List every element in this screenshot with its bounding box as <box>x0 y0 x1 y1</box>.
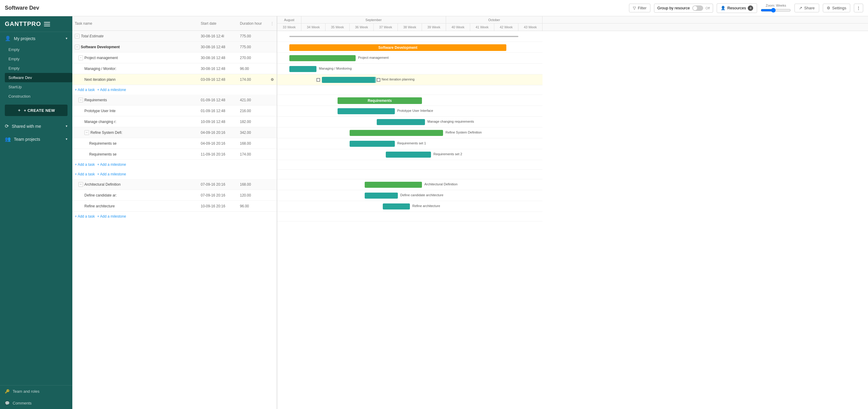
add-milestone-link[interactable]: + Add a milestone <box>97 214 126 219</box>
gantt-bar-pm[interactable] <box>289 55 355 61</box>
table-row[interactable]: − Refine System Defi: 04-09-16 20:16 342… <box>72 127 277 138</box>
share-button[interactable]: ↗ Share <box>795 4 819 12</box>
expand-button[interactable]: − <box>79 56 83 60</box>
shared-with-me-header[interactable]: ⟳ Shared with me ▾ <box>0 120 72 133</box>
sidebar-item-empty-3[interactable]: Empty <box>5 64 72 73</box>
task-name-cell: − Refine System Defi: <box>72 130 198 135</box>
add-task-link[interactable]: + Add a task <box>75 162 95 167</box>
table-row[interactable]: Requirements se 11-09-16 20:16 174.00 <box>72 149 277 160</box>
gantt-bar-mm[interactable] <box>289 66 316 72</box>
table-row[interactable]: Next iteration plann 03-09-16 12:48 174.… <box>72 74 277 85</box>
main-layout: GANTTPRO 👤 My projects ▾ Empty Empty Emp… <box>0 16 868 409</box>
week-36: 36 Week <box>350 24 374 31</box>
add-task-link[interactable]: + Add a task <box>75 172 95 176</box>
gantt-bar-req[interactable]: Requirements <box>338 97 422 104</box>
task-name: Refine architecture <box>84 204 115 208</box>
gantt-bar-rsd[interactable] <box>350 130 443 136</box>
resources-button[interactable]: 👤 Resources 4 <box>717 3 757 13</box>
table-row[interactable]: − Project management 30-08-16 12:48 270.… <box>72 53 277 63</box>
month-august: August <box>277 16 301 23</box>
more-button[interactable]: ⋮ <box>854 4 863 12</box>
table-row[interactable]: − Total Estimate 30-08-16 12:4l 775.00 <box>72 31 277 41</box>
table-row[interactable]: Requirements se 04-09-16 20:16 168.00 <box>72 138 277 149</box>
task-duration: 182.00 <box>238 120 268 124</box>
chevron-down-icon: ▾ <box>66 137 67 141</box>
sidebar-item-empty-1[interactable]: Empty <box>5 45 72 54</box>
bar-label-mcr: Manage changing requirements <box>427 120 474 123</box>
project-list: Empty Empty Empty Software Dev StartUp C… <box>0 45 72 101</box>
milestone-icon-2 <box>377 78 380 82</box>
task-gear[interactable]: ⚙ <box>268 77 277 82</box>
settings-label: Settings <box>832 6 846 10</box>
group-by-label: Group by resource <box>657 6 690 10</box>
toggle-state-label: Off <box>706 6 710 10</box>
table-row[interactable]: Manage changing r: 10-09-16 12:48 182.00 <box>72 116 277 127</box>
team-and-roles-item[interactable]: 🔑 Team and roles <box>0 385 72 397</box>
share-icon: ⟳ <box>5 123 9 129</box>
gantt-body: Software Development Project management … <box>277 31 542 222</box>
table-row[interactable]: − Requirements 01-09-16 12:48 421.00 <box>72 95 277 105</box>
my-projects-header[interactable]: 👤 My projects ▾ <box>0 32 72 45</box>
bar-label: Software Development <box>378 45 417 50</box>
task-name: Software Development <box>81 45 120 49</box>
task-name-cell: − Project management <box>72 56 198 60</box>
add-task-link[interactable]: + Add a task <box>75 88 95 92</box>
create-new-button[interactable]: ＋ + CREATE NEW <box>5 104 67 116</box>
settings-button[interactable]: ⚙ Settings <box>823 4 850 12</box>
table-row[interactable]: − Software Development 30-08-16 12:48 77… <box>72 41 277 53</box>
task-name: Total Estimate <box>81 34 104 38</box>
gantt-bar-ad[interactable] <box>365 182 422 188</box>
bar-label-pui: Prototype User Interface <box>397 109 433 113</box>
group-by-button[interactable]: Group by resource Off <box>654 4 713 13</box>
expand-button[interactable]: − <box>79 182 83 187</box>
add-task-link[interactable]: + Add a task <box>75 214 95 219</box>
add-milestone-link[interactable]: + Add a milestone <box>97 162 126 167</box>
hamburger-menu[interactable] <box>44 22 50 26</box>
gantt-bar-pui[interactable] <box>338 108 395 114</box>
gantt-row <box>277 160 542 170</box>
gantt-bar-dca[interactable] <box>365 193 398 199</box>
add-milestone-link[interactable]: + Add a milestone <box>97 88 126 92</box>
table-row[interactable]: − Architectural Definition 07-09-16 20:1… <box>72 179 277 190</box>
gantt-row: Requirements <box>277 95 542 106</box>
table-row[interactable]: Refine architecture 10-09-16 20:16 96.00 <box>72 201 277 212</box>
gantt-bar-mcr[interactable] <box>377 119 425 125</box>
team-projects-header[interactable]: 👥 Team projects ▾ <box>0 133 72 146</box>
task-name-cell: − Software Development <box>72 44 198 50</box>
expand-button[interactable]: − <box>84 130 89 135</box>
gantt-bar-ra[interactable] <box>383 203 410 210</box>
table-row[interactable]: Prototype User Inte 01-09-16 12:48 216.0… <box>72 105 277 116</box>
task-duration: 96.00 <box>238 67 268 71</box>
expand-button[interactable]: − <box>75 44 80 50</box>
expand-button[interactable]: − <box>79 98 83 102</box>
task-start: 07-09-16 20:16 <box>198 193 238 197</box>
sidebar-item-startup[interactable]: StartUp <box>5 82 72 92</box>
sidebar-item-construction[interactable]: Construction <box>5 92 72 101</box>
expand-button[interactable]: − <box>75 34 80 39</box>
gantt-row: Prototype User Interface <box>277 106 542 117</box>
my-projects-label: My projects <box>14 36 36 41</box>
gantt-bar-nip[interactable] <box>322 77 376 83</box>
gantt-bar-software-dev[interactable]: Software Development <box>289 44 506 51</box>
task-duration: 775.00 <box>238 34 268 38</box>
zoom-control: Zoom: Weeks <box>761 4 791 13</box>
gantt-bar-rs1[interactable] <box>350 141 395 147</box>
bar-label-ad: Architectural Definition <box>424 182 458 186</box>
task-duration: 168.00 <box>238 141 268 146</box>
gantt-row <box>277 170 542 179</box>
month-september: September <box>301 16 446 23</box>
week-41: 41 Week <box>470 24 494 31</box>
bar-label-req: Requirements <box>368 99 392 103</box>
group-by-toggle[interactable] <box>692 5 703 11</box>
filter-button[interactable]: ▽ Filter <box>629 4 650 12</box>
task-name-cell: Requirements se <box>72 141 198 146</box>
sidebar-item-empty-2[interactable]: Empty <box>5 54 72 64</box>
table-row[interactable]: Managing / Monitor: 30-08-16 12:48 96.00 <box>72 63 277 74</box>
add-milestone-link[interactable]: + Add a milestone <box>97 172 126 176</box>
gantt-bar-rs2[interactable] <box>386 152 431 158</box>
zoom-slider[interactable] <box>761 8 791 13</box>
week-40: 40 Week <box>446 24 470 31</box>
comments-item[interactable]: 💬 Comments <box>0 397 72 409</box>
sidebar-item-software-dev[interactable]: Software Dev <box>5 73 72 82</box>
table-row[interactable]: Define candidate ar: 07-09-16 20:16 120.… <box>72 190 277 201</box>
